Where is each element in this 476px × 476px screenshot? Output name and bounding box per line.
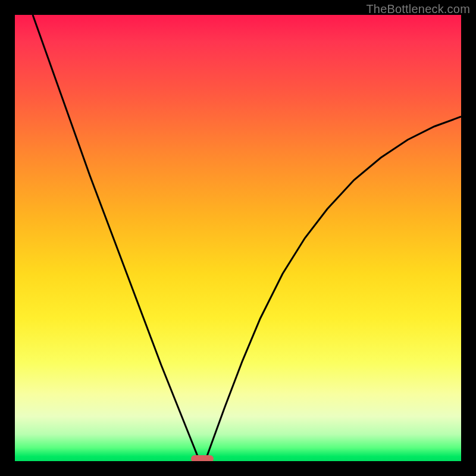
watermark-text: TheBottleneck.com: [366, 2, 470, 16]
plot-area: [15, 15, 461, 461]
curve-layer: [15, 15, 461, 461]
right-branch-curve: [207, 117, 462, 457]
min-marker-pill: [191, 455, 214, 461]
left-branch-curve: [33, 15, 198, 457]
outer-frame: TheBottleneck.com: [0, 0, 476, 476]
